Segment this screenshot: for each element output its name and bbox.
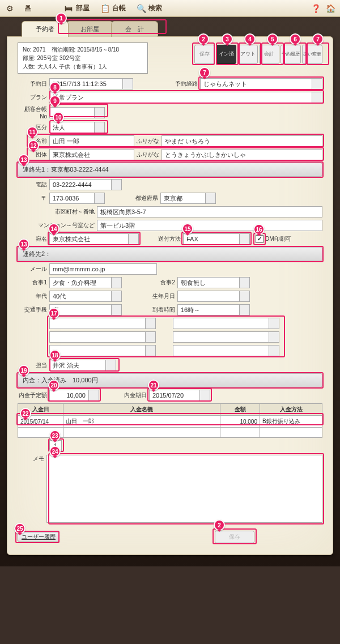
callout-19: 19 — [18, 365, 29, 376]
meal1-dd[interactable] — [112, 277, 122, 288]
nav-room[interactable]: 🛏 部屋 — [63, 3, 90, 14]
table-row[interactable]: 2015/07/14 山田 一郎 10,000 B銀行振り込み — [18, 416, 322, 428]
mail-label: メール — [18, 265, 49, 273]
callout-16: 16 — [253, 224, 265, 235]
transport-dd[interactable] — [112, 304, 122, 315]
callout-7: 7 — [312, 33, 324, 45]
furigana-label-1: ふりがな — [134, 137, 162, 145]
search-icon: 🔍 — [136, 3, 146, 14]
tab-room[interactable]: お部屋 — [66, 21, 113, 37]
arrival-field[interactable]: 16時～ — [177, 304, 240, 315]
print-icon[interactable]: 🖶 — [23, 3, 33, 14]
callout-14: 14 — [48, 223, 60, 234]
help-icon[interactable]: ❓ — [311, 3, 321, 14]
custom-b2[interactable] — [173, 331, 269, 343]
deposit-est-btn[interactable] — [89, 390, 99, 401]
group-kana-field[interactable]: とうきょうかぶしきかいしゃ — [162, 149, 322, 160]
deposit-due-field[interactable]: 2015/07/20 — [149, 390, 200, 401]
callout-6: 6 — [290, 33, 301, 45]
reserve-route-dd[interactable] — [312, 78, 322, 89]
payment-table: 入金日 入金名義 金額 入金方法 2015/07/14 山田 一郎 10,000… — [18, 403, 322, 438]
tel-label: 電話 — [18, 181, 49, 189]
memo-label: メモ — [18, 455, 46, 463]
callout-20: 20 — [48, 379, 60, 391]
bldg-field[interactable]: 第一ビル3階 — [97, 220, 322, 231]
reserve-date-picker[interactable] — [123, 78, 133, 89]
callout-25: 25 — [14, 523, 26, 534]
zip-field[interactable]: 173-0036 — [49, 193, 95, 204]
meal2-dd[interactable] — [240, 277, 250, 288]
birth-field[interactable] — [177, 291, 240, 302]
clipboard-icon: 📋 — [100, 3, 110, 14]
tab-account[interactable]: 会 計 — [111, 21, 158, 37]
deposit-due-label: 内金期日 — [122, 391, 149, 399]
group-field[interactable]: 東京株式会社 — [49, 149, 134, 160]
table-row[interactable] — [18, 428, 322, 438]
custom-a2[interactable] — [49, 331, 146, 343]
furigana-label-2: ふりがな — [134, 151, 162, 159]
reserve-route-field[interactable]: じゃらんネット — [200, 78, 312, 89]
pic-field[interactable]: 井沢 治夫 — [49, 360, 106, 371]
age-field[interactable]: 40代 — [49, 291, 112, 302]
callout-22: 22 — [20, 408, 31, 419]
send-field[interactable]: FAX — [183, 233, 240, 245]
meal2-field[interactable]: 朝食無し — [177, 277, 240, 288]
form-paper: No: 2071 宿泊期間: 2015/8/15～8/18 部屋: 205号室 … — [7, 36, 333, 555]
custom-a1[interactable] — [49, 318, 146, 329]
atena-field[interactable]: 東京株式会社 — [49, 233, 129, 245]
deposit-due-btn[interactable] — [200, 390, 210, 401]
contact2-banner: 連絡先2： 13 — [18, 247, 322, 261]
user-history-button[interactable]: ユーザー履歴 — [18, 532, 60, 541]
pref-field[interactable]: 東京都 — [160, 193, 206, 204]
bed-icon: 🛏 — [63, 3, 74, 14]
send-dd[interactable] — [240, 233, 250, 245]
birth-btn[interactable] — [240, 291, 250, 302]
age-dd[interactable] — [112, 291, 122, 302]
home-icon[interactable]: 🏠 — [325, 3, 335, 14]
plan-field[interactable]: 通常プラン — [49, 92, 312, 103]
mail-field[interactable]: mm@mmmm.co.jp — [49, 263, 157, 275]
memo-field[interactable] — [46, 455, 322, 523]
age-label: 年代 — [18, 292, 49, 300]
col-method: 入金方法 — [260, 404, 322, 416]
callout-5: 5 — [267, 33, 278, 45]
name-field[interactable]: 山田 一郎 — [49, 135, 134, 147]
pic-dd[interactable] — [106, 360, 116, 371]
meal1-field[interactable]: 夕食・魚介料理 — [49, 277, 112, 288]
reservation-info: No: 2071 宿泊期間: 2015/8/15～8/18 部屋: 205号室 … — [18, 42, 148, 74]
custom-b1[interactable] — [173, 318, 269, 329]
history-button[interactable]: 予約履歴 — [280, 45, 301, 64]
gear-icon[interactable]: ⚙ — [5, 3, 15, 14]
callout-11: 11 — [27, 126, 38, 138]
nav-ledger[interactable]: 📋 台帳 — [100, 3, 126, 14]
pref-label: 都道府県 — [133, 194, 160, 202]
callout-12: 12 — [28, 140, 39, 151]
atena-dd[interactable] — [129, 233, 139, 245]
city-field[interactable]: 板橋区向原3-5-7 — [97, 206, 322, 217]
account-button[interactable]: 会計 — [259, 45, 279, 64]
callout-21: 21 — [148, 379, 159, 391]
category-dd[interactable] — [95, 122, 105, 133]
send-label: 送付方法 — [156, 235, 183, 243]
tabs: 予約者 お部屋 会 計 1 — [7, 21, 333, 37]
meal2-label: 食事2 — [150, 279, 177, 287]
callout-2b: 2 — [214, 519, 225, 531]
meal1-label: 食事1 — [18, 279, 49, 287]
custom-b3[interactable] — [173, 345, 269, 356]
transport-label: 交通手段 — [18, 306, 49, 314]
ledger-no-btn[interactable] — [95, 107, 105, 118]
custom-a3[interactable] — [49, 345, 146, 356]
zip-label: 〒 — [18, 194, 49, 202]
callout-3: 3 — [222, 33, 233, 45]
zip-btn[interactable] — [95, 193, 105, 204]
ledger-no-label: 顧客台帳No — [18, 105, 49, 120]
callout-1: 1 — [56, 12, 67, 24]
arrival-dd[interactable] — [240, 304, 250, 315]
nav-search[interactable]: 🔍 検索 — [136, 3, 162, 14]
reserve-date-label: 予約日 — [18, 80, 49, 88]
tel-btn[interactable] — [112, 179, 122, 190]
plan-dd[interactable] — [312, 92, 322, 103]
pref-dd[interactable] — [206, 193, 216, 204]
name-kana-field[interactable]: やまだ いちろう — [162, 135, 322, 147]
tel-field[interactable]: 03-2222-4444 — [49, 179, 112, 190]
